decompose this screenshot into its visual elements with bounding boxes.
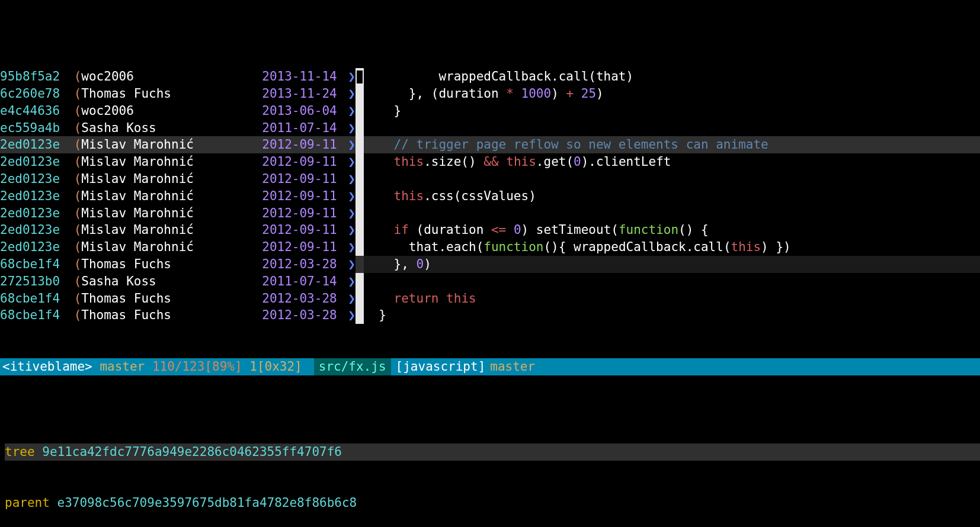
commit-date: 2012-09-11 xyxy=(262,205,337,222)
commit-hash[interactable]: 2ed0123e xyxy=(0,136,66,153)
code-line[interactable]: wrappedCallback.call(that) xyxy=(364,68,980,85)
divider-segment xyxy=(356,68,364,85)
blame-row[interactable]: 95b8f5a2 (woc20062013-11-14 ❯ xyxy=(0,68,356,85)
editor-split: 95b8f5a2 (woc20062013-11-14 ❯6c260e78 (T… xyxy=(0,68,980,324)
status-mode: <itiveblame> xyxy=(2,358,92,375)
blame-row[interactable]: e4c44636 (woc20062013-06-04 ❯ xyxy=(0,102,356,120)
code-line[interactable]: this.css(cssValues) xyxy=(364,188,980,205)
divider-segment xyxy=(356,256,364,273)
commit-date: 2011-07-14 xyxy=(262,120,337,137)
chevron-right-icon: ❯ xyxy=(341,153,356,171)
code-line[interactable]: }, (duration * 1000) + 25) xyxy=(364,85,980,102)
code-line[interactable]: if (duration <= 0) setTimeout(function()… xyxy=(364,221,980,239)
chevron-right-icon: ❯ xyxy=(341,136,356,153)
divider-segment xyxy=(356,273,364,290)
commit-date: 2013-11-14 xyxy=(262,68,337,85)
divider-segment xyxy=(356,307,364,324)
code-line[interactable]: that.each(function(){ wrappedCallback.ca… xyxy=(364,239,980,256)
divider-segment xyxy=(356,102,364,120)
commit-tree-row: tree 9e11ca42fdc7776a949e2286c0462355ff4… xyxy=(5,444,980,461)
commit-date: 2011-07-14 xyxy=(262,273,337,290)
status-line: <itiveblame> master 110/123[89%] 1[0x32]… xyxy=(0,358,980,375)
blame-row[interactable]: 2ed0123e (Mislav Marohnić2012-09-11 ❯ xyxy=(0,188,356,205)
paren-icon: ( xyxy=(66,85,81,102)
code-line[interactable]: // trigger page reflow so new elements c… xyxy=(364,136,980,153)
blame-row[interactable]: 68cbe1f4 (Thomas Fuchs2012-03-28 ❯ xyxy=(0,307,356,324)
commit-hash[interactable]: 2ed0123e xyxy=(0,188,66,205)
blame-row[interactable]: 68cbe1f4 (Thomas Fuchs2012-03-28 ❯ xyxy=(0,290,356,307)
paren-icon: ( xyxy=(66,136,81,153)
blame-row[interactable]: 2ed0123e (Mislav Marohnić2012-09-11 ❯ xyxy=(0,205,356,222)
commit-hash[interactable]: e4c44636 xyxy=(0,102,66,120)
commit-date: 2013-11-24 xyxy=(262,85,337,102)
commit-hash[interactable]: 2ed0123e xyxy=(0,205,66,222)
divider-segment xyxy=(356,153,364,171)
blame-row[interactable]: 2ed0123e (Mislav Marohnić2012-09-11 ❯ xyxy=(0,221,356,239)
code-line[interactable]: }, 0) xyxy=(364,256,980,273)
paren-icon: ( xyxy=(66,102,81,120)
divider-segment xyxy=(356,221,364,239)
commit-hash[interactable]: 2ed0123e xyxy=(0,239,66,256)
commit-date: 2012-09-11 xyxy=(262,171,337,188)
commit-date: 2012-09-11 xyxy=(262,221,337,239)
divider-segment xyxy=(356,290,364,307)
chevron-right-icon: ❯ xyxy=(341,221,356,239)
chevron-right-icon: ❯ xyxy=(341,85,356,102)
commit-hash[interactable]: 68cbe1f4 xyxy=(0,307,66,324)
paren-icon: ( xyxy=(66,68,81,85)
status-language: [javascript] xyxy=(396,358,486,375)
paren-icon: ( xyxy=(66,171,81,188)
chevron-right-icon: ❯ xyxy=(341,68,356,85)
code-line[interactable]: this.size() && this.get(0).clientLeft xyxy=(364,153,980,171)
blame-row[interactable]: 272513b0 (Sasha Koss2011-07-14 ❯ xyxy=(0,273,356,290)
code-line[interactable] xyxy=(364,273,980,290)
blame-column[interactable]: 95b8f5a2 (woc20062013-11-14 ❯6c260e78 (T… xyxy=(0,68,356,324)
commit-date: 2012-09-11 xyxy=(262,188,337,205)
commit-date: 2013-06-04 xyxy=(262,102,337,120)
commit-hash[interactable]: 6c260e78 xyxy=(0,85,66,102)
chevron-right-icon: ❯ xyxy=(341,307,356,324)
code-line[interactable]: return this xyxy=(364,290,980,307)
commit-hash[interactable]: ec559a4b xyxy=(0,120,66,137)
commit-hash[interactable]: 68cbe1f4 xyxy=(0,256,66,273)
divider-segment xyxy=(356,120,364,137)
commit-date: 2012-03-28 xyxy=(262,256,337,273)
commit-hash[interactable]: 68cbe1f4 xyxy=(0,290,66,307)
blame-row[interactable]: ec559a4b (Sasha Koss2011-07-14 ❯ xyxy=(0,120,356,137)
status-column: 1[0x32] xyxy=(249,358,302,375)
code-line[interactable] xyxy=(364,120,980,137)
blame-row[interactable]: 2ed0123e (Mislav Marohnić2012-09-11 ❯ xyxy=(0,153,356,171)
commit-hash[interactable]: 2ed0123e xyxy=(0,221,66,239)
divider-segment xyxy=(356,239,364,256)
paren-icon: ( xyxy=(66,256,81,273)
chevron-right-icon: ❯ xyxy=(341,205,356,222)
code-line[interactable]: } xyxy=(364,102,980,120)
commit-hash[interactable]: 272513b0 xyxy=(0,273,66,290)
code-line[interactable] xyxy=(364,171,980,188)
code-line[interactable]: } xyxy=(364,307,980,324)
divider-segment xyxy=(356,85,364,102)
blame-row[interactable]: 6c260e78 (Thomas Fuchs2013-11-24 ❯ xyxy=(0,85,356,102)
chevron-right-icon: ❯ xyxy=(341,273,356,290)
status-file: src/fx.js xyxy=(314,358,391,375)
paren-icon: ( xyxy=(66,307,81,324)
commit-date: 2012-03-28 xyxy=(262,307,337,324)
paren-icon: ( xyxy=(66,153,81,171)
chevron-right-icon: ❯ xyxy=(341,171,356,188)
paren-icon: ( xyxy=(66,205,81,222)
code-column[interactable]: wrappedCallback.call(that) }, (duration … xyxy=(364,68,980,324)
commit-hash[interactable]: 95b8f5a2 xyxy=(0,68,66,85)
commit-hash[interactable]: 2ed0123e xyxy=(0,153,66,171)
blame-row[interactable]: 2ed0123e (Mislav Marohnić2012-09-11 ❯ xyxy=(0,136,356,153)
code-line[interactable] xyxy=(364,205,980,222)
blame-row[interactable]: 2ed0123e (Mislav Marohnić2012-09-11 ❯ xyxy=(0,239,356,256)
divider-segment xyxy=(356,171,364,188)
paren-icon: ( xyxy=(66,221,81,239)
commit-date: 2012-09-11 xyxy=(262,239,337,256)
paren-icon: ( xyxy=(66,273,81,290)
commit-hash[interactable]: 2ed0123e xyxy=(0,171,66,188)
blame-row[interactable]: 68cbe1f4 (Thomas Fuchs2012-03-28 ❯ xyxy=(0,256,356,273)
blame-row[interactable]: 2ed0123e (Mislav Marohnić2012-09-11 ❯ xyxy=(0,171,356,188)
commit-date: 2012-09-11 xyxy=(262,136,337,153)
divider-segment xyxy=(356,205,364,222)
